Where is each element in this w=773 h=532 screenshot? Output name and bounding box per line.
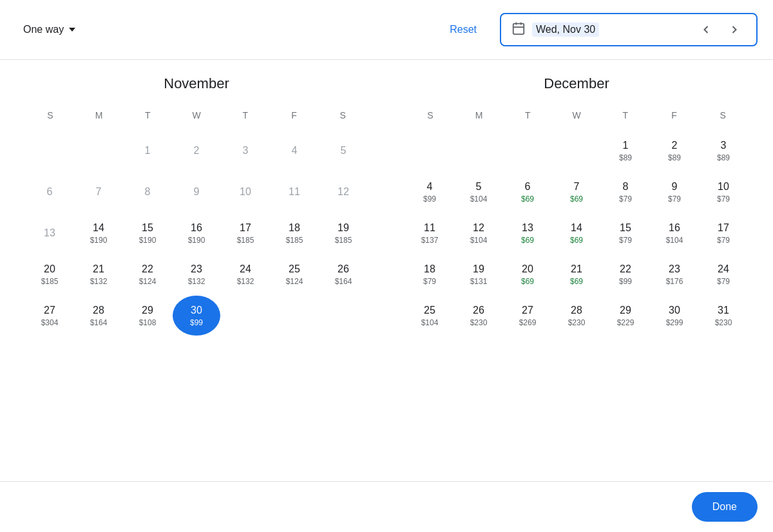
day-cell[interactable]: 17$185 [222, 213, 269, 253]
november-header: November [26, 75, 367, 92]
day-cell[interactable]: 5$104 [455, 172, 502, 212]
day-price: $185 [41, 277, 59, 286]
day-cell[interactable]: 19$185 [320, 213, 367, 253]
day-cell[interactable]: 26$164 [320, 254, 367, 294]
day-number: 22 [142, 263, 153, 275]
day-cell[interactable]: 6$69 [504, 172, 551, 212]
day-price: $124 [139, 277, 157, 286]
next-date-button[interactable] [723, 21, 746, 39]
day-cell[interactable]: 9 [173, 172, 220, 212]
day-price: $185 [237, 236, 254, 245]
dec-mon-header: M [455, 105, 504, 126]
day-number: 3 [243, 144, 249, 157]
day-price: $104 [470, 236, 488, 245]
day-cell[interactable]: 16$190 [173, 213, 220, 253]
day-cell[interactable]: 11 [271, 172, 318, 212]
day-cell[interactable]: 15$79 [602, 213, 649, 253]
day-cell[interactable]: 23$132 [173, 254, 220, 294]
day-cell[interactable]: 29$229 [602, 296, 649, 336]
day-cell[interactable]: 20$185 [26, 254, 73, 294]
day-cell[interactable]: 18$79 [406, 254, 453, 294]
day-cell[interactable]: 15$190 [124, 213, 171, 253]
day-price: $79 [668, 195, 681, 204]
reset-button[interactable]: Reset [439, 19, 487, 41]
day-price: $79 [619, 236, 632, 245]
day-cell[interactable]: 30$99 [173, 296, 220, 336]
day-cell[interactable]: 26$230 [455, 296, 502, 336]
day-cell[interactable]: 10$79 [700, 172, 747, 212]
day-cell[interactable]: 29$108 [124, 296, 171, 336]
november-day-headers: S M T W T F S [26, 105, 367, 126]
day-cell[interactable]: 22$124 [124, 254, 171, 294]
day-cell[interactable]: 27$269 [504, 296, 551, 336]
day-price: $108 [139, 318, 157, 327]
day-cell[interactable]: 12$104 [455, 213, 502, 253]
day-cell[interactable]: 7 [75, 172, 122, 212]
day-number: 19 [338, 222, 349, 234]
day-cell[interactable]: 14$190 [75, 213, 122, 253]
done-button[interactable]: Done [692, 492, 758, 522]
day-price: $69 [521, 236, 534, 245]
day-cell[interactable]: 20$69 [504, 254, 551, 294]
day-number: 25 [289, 263, 300, 275]
day-number: 29 [620, 304, 631, 316]
day-cell[interactable]: 10 [222, 172, 269, 212]
day-cell[interactable]: 7$69 [553, 172, 600, 212]
day-cell[interactable]: 16$104 [651, 213, 698, 253]
day-number: 4 [427, 180, 433, 193]
day-cell[interactable]: 6 [26, 172, 73, 212]
day-cell[interactable]: 2 [173, 131, 220, 171]
day-cell[interactable]: 21$132 [75, 254, 122, 294]
day-cell[interactable]: 21$69 [553, 254, 600, 294]
day-price: $99 [423, 195, 436, 204]
date-nav-buttons [694, 21, 746, 39]
date-field[interactable]: Wed, Nov 30 [500, 13, 758, 46]
day-cell[interactable]: 22$99 [602, 254, 649, 294]
day-number: 7 [574, 180, 580, 193]
trip-type-selector[interactable]: One way [15, 19, 83, 41]
day-cell[interactable]: 11$137 [406, 213, 453, 253]
day-cell[interactable]: 23$176 [651, 254, 698, 294]
day-cell[interactable]: 5 [320, 131, 367, 171]
prev-date-button[interactable] [694, 21, 718, 39]
day-number: 20 [522, 263, 533, 275]
day-cell[interactable]: 13$69 [504, 213, 551, 253]
day-cell[interactable]: 9$79 [651, 172, 698, 212]
day-price: $69 [570, 195, 583, 204]
day-number: 23 [669, 263, 680, 275]
day-cell[interactable]: 3 [222, 131, 269, 171]
day-cell[interactable]: 28$230 [553, 296, 600, 336]
day-number: 26 [473, 304, 484, 316]
day-cell [320, 296, 367, 336]
december-header: December [406, 75, 747, 92]
day-cell[interactable]: 13 [26, 213, 73, 253]
day-cell[interactable]: 3$89 [700, 131, 747, 171]
day-price: $79 [717, 195, 730, 204]
day-cell[interactable]: 12 [320, 172, 367, 212]
day-cell[interactable]: 27$304 [26, 296, 73, 336]
calendar-icon [511, 21, 526, 39]
day-cell[interactable]: 17$79 [700, 213, 747, 253]
day-number: 30 [191, 304, 202, 316]
day-number: 27 [44, 304, 55, 316]
day-cell[interactable]: 28$164 [75, 296, 122, 336]
day-cell[interactable]: 24$79 [700, 254, 747, 294]
day-cell[interactable]: 2$89 [651, 131, 698, 171]
day-cell[interactable]: 30$299 [651, 296, 698, 336]
day-cell[interactable]: 24$132 [222, 254, 269, 294]
day-cell[interactable]: 25$104 [406, 296, 453, 336]
day-cell[interactable]: 18$185 [271, 213, 318, 253]
day-cell[interactable]: 8$79 [602, 172, 649, 212]
day-number: 19 [473, 263, 484, 275]
day-cell[interactable]: 1$89 [602, 131, 649, 171]
day-cell[interactable]: 4$99 [406, 172, 453, 212]
selected-date: Wed, Nov 30 [532, 23, 599, 37]
day-cell[interactable]: 19$131 [455, 254, 502, 294]
day-cell[interactable]: 4 [271, 131, 318, 171]
day-cell[interactable]: 31$230 [700, 296, 747, 336]
day-cell[interactable]: 14$69 [553, 213, 600, 253]
day-cell[interactable]: 8 [124, 172, 171, 212]
day-cell[interactable]: 25$124 [271, 254, 318, 294]
day-number: 18 [289, 222, 300, 234]
day-cell[interactable]: 1 [124, 131, 171, 171]
